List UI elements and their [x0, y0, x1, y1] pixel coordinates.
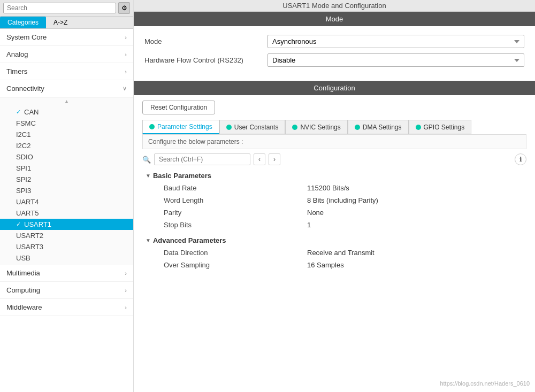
- submenu-item-sdio[interactable]: SDIO: [0, 151, 133, 163]
- sidebar-top: ⚙: [0, 0, 133, 17]
- dot-icon: [292, 125, 297, 130]
- chevron-right-icon: ›: [125, 34, 127, 41]
- sidebar-item-label: Multimedia: [6, 269, 40, 277]
- table-row: Stop Bits 1: [142, 219, 526, 231]
- tab-dma-settings[interactable]: DMA Settings: [348, 120, 409, 134]
- config-area: Reset Configuration Parameter Settings U…: [134, 95, 535, 280]
- sidebar-item-system-core[interactable]: System Core ›: [0, 29, 133, 46]
- gear-button[interactable]: ⚙: [118, 2, 130, 14]
- param-value: 8 Bits (including Parity): [303, 194, 526, 206]
- chevron-right-icon: ›: [125, 68, 127, 75]
- reset-configuration-button[interactable]: Reset Configuration: [142, 101, 215, 114]
- hw-flow-row: Hardware Flow Control (RS232) Disable: [144, 53, 524, 67]
- param-name: Baud Rate: [142, 182, 303, 194]
- chevron-down-icon: ∨: [123, 85, 127, 92]
- submenu-item-spi3[interactable]: SPI3: [0, 185, 133, 196]
- info-button[interactable]: ℹ: [515, 153, 526, 165]
- submenu-scroll: CAN FSMC I2C1 I2C2 SDIO SPI1 SPI2 SPI3 U…: [0, 105, 133, 265]
- watermark: https://blog.csdn.net/Haders_0610: [440, 380, 530, 387]
- tab-parameter-settings[interactable]: Parameter Settings: [142, 120, 219, 134]
- tab-label: GPIO Settings: [424, 124, 465, 131]
- tab-categories[interactable]: Categories: [0, 17, 46, 28]
- submenu-item-usart2[interactable]: USART2: [0, 230, 133, 241]
- dot-icon: [226, 125, 232, 130]
- prev-nav-button[interactable]: ‹: [254, 153, 265, 165]
- hw-flow-label: Hardware Flow Control (RS232): [144, 56, 268, 64]
- sidebar-list: System Core › Analog › Timers › Connecti…: [0, 29, 133, 392]
- param-value: 1: [303, 219, 526, 231]
- basic-params-header[interactable]: ▼ Basic Parameters: [142, 170, 526, 182]
- sidebar-item-label: Middleware: [6, 303, 42, 311]
- content-area: Mode Mode Asynchronous Hardware Flow Con…: [134, 12, 535, 392]
- mode-select[interactable]: Asynchronous: [268, 35, 524, 48]
- submenu-item-spi2[interactable]: SPI2: [0, 174, 133, 185]
- active-dot-icon: [149, 124, 155, 129]
- advanced-params-label: Advanced Parameters: [153, 236, 226, 244]
- sidebar-item-connectivity[interactable]: Connectivity ∨: [0, 80, 133, 97]
- param-value: 115200 Bits/s: [303, 182, 526, 194]
- sidebar-item-label: Connectivity: [6, 84, 44, 93]
- param-value: None: [303, 206, 526, 219]
- chevron-down-icon: ▼: [146, 237, 151, 243]
- submenu-item-fsmc[interactable]: FSMC: [0, 118, 133, 129]
- tab-label: User Constants: [234, 124, 279, 131]
- param-name: Stop Bits: [142, 219, 303, 231]
- param-search-row: 🔍 ‹ › ℹ: [142, 153, 526, 165]
- chevron-right-icon: ›: [125, 304, 127, 311]
- submenu-item-spi1[interactable]: SPI1: [0, 163, 133, 174]
- chevron-right-icon: ›: [125, 270, 127, 276]
- table-row: Word Length 8 Bits (including Parity): [142, 194, 526, 206]
- submenu-item-usart1[interactable]: USART1: [0, 219, 133, 230]
- sidebar: ⚙ Categories A->Z System Core › Analog ›…: [0, 0, 134, 392]
- mode-row: Mode Asynchronous: [144, 35, 524, 48]
- tab-gpio-settings[interactable]: GPIO Settings: [409, 120, 472, 134]
- chevron-down-icon: ▼: [146, 173, 151, 179]
- sidebar-item-label: Timers: [6, 67, 27, 75]
- config-section-header: Configuration: [134, 81, 535, 95]
- sidebar-tab-bar: Categories A->Z: [0, 17, 133, 29]
- submenu-item-i2c1[interactable]: I2C1: [0, 129, 133, 140]
- submenu-item-usb[interactable]: USB: [0, 252, 133, 264]
- submenu-item-can[interactable]: CAN: [0, 106, 133, 118]
- sidebar-search-input[interactable]: [3, 3, 116, 13]
- search-icon: 🔍: [142, 156, 151, 164]
- tab-atoz[interactable]: A->Z: [46, 17, 75, 28]
- submenu-item-uart5[interactable]: UART5: [0, 207, 133, 219]
- sidebar-item-middleware[interactable]: Middleware ›: [0, 299, 133, 316]
- sidebar-item-label: Computing: [6, 286, 40, 294]
- submenu-item-usart3[interactable]: USART3: [0, 241, 133, 252]
- table-row: Data Direction Receive and Transmit: [142, 247, 526, 259]
- sidebar-item-multimedia[interactable]: Multimedia ›: [0, 265, 133, 282]
- sidebar-item-timers[interactable]: Timers ›: [0, 63, 133, 80]
- param-value: 16 Samples: [303, 259, 526, 271]
- mode-section: Mode Asynchronous Hardware Flow Control …: [134, 26, 535, 81]
- param-search-input[interactable]: [154, 153, 250, 165]
- tab-label: Parameter Settings: [157, 123, 212, 130]
- table-row: Parity None: [142, 206, 526, 219]
- page-title: USART1 Mode and Configuration: [134, 0, 535, 12]
- sidebar-item-label: Analog: [6, 50, 28, 58]
- hw-flow-select[interactable]: Disable: [268, 53, 524, 67]
- main-content: USART1 Mode and Configuration Mode Mode …: [134, 0, 535, 392]
- config-hint: Configure the below parameters :: [142, 134, 526, 149]
- mode-section-header: Mode: [134, 12, 535, 26]
- tab-user-constants[interactable]: User Constants: [219, 120, 286, 134]
- sidebar-item-analog[interactable]: Analog ›: [0, 46, 133, 63]
- basic-params-label: Basic Parameters: [153, 172, 211, 180]
- param-name: Word Length: [142, 194, 303, 206]
- dot-icon: [416, 125, 421, 130]
- submenu-item-uart4[interactable]: UART4: [0, 196, 133, 207]
- submenu-item-i2c2[interactable]: I2C2: [0, 140, 133, 151]
- table-row: Over Sampling 16 Samples: [142, 259, 526, 271]
- config-tabs: Parameter Settings User Constants NVIC S…: [142, 120, 526, 134]
- mode-label: Mode: [144, 37, 268, 45]
- chevron-right-icon: ›: [125, 51, 127, 58]
- sidebar-item-label: System Core: [6, 33, 47, 41]
- tab-nvic-settings[interactable]: NVIC Settings: [285, 120, 347, 134]
- tab-label: DMA Settings: [363, 124, 402, 131]
- table-row: Baud Rate 115200 Bits/s: [142, 182, 526, 194]
- next-nav-button[interactable]: ›: [269, 153, 280, 165]
- sidebar-item-computing[interactable]: Computing ›: [0, 282, 133, 299]
- dot-icon: [355, 125, 360, 130]
- advanced-params-header[interactable]: ▼ Advanced Parameters: [142, 234, 526, 247]
